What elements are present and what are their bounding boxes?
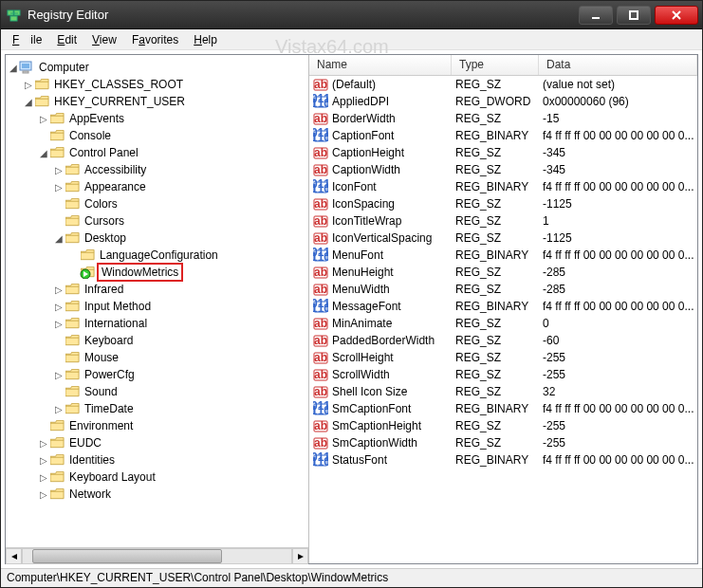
tree-powercfg[interactable]: ▷ PowerCfg [8,366,308,383]
expand-icon[interactable]: ▷ [38,472,49,483]
tree-windowmetrics[interactable]: WindowMetrics [8,264,308,281]
expand-icon[interactable]: ▷ [53,285,65,295]
expand-icon[interactable]: ▷ [53,370,65,380]
horizontal-scrollbar[interactable]: ◂ ▸ [6,547,308,563]
tree-colors[interactable]: Colors [8,195,308,212]
value-row[interactable]: ab Shell Icon Size REG_SZ 32 [309,383,697,400]
value-list[interactable]: Name Type Data ab (Default) REG_SZ (valu… [309,55,697,563]
scroll-right-arrow[interactable]: ▸ [292,548,308,564]
tree-inputmethod[interactable]: ▷ Input Method [8,298,308,315]
value-type: REG_SZ [455,351,543,364]
tree-timedate[interactable]: ▷ TimeDate [8,400,308,417]
string-value-icon: ab [313,111,328,126]
expand-icon[interactable]: ▷ [53,319,65,329]
expand-icon[interactable]: ▷ [38,455,49,466]
value-row[interactable]: ab ScrollWidth REG_SZ -255 [309,366,697,383]
tree-controlpanel[interactable]: ◢ Control Panel [8,144,308,161]
value-row[interactable]: 011110 IconFont REG_BINARY f4 ff ff ff 0… [309,178,697,195]
value-row[interactable]: ab ScrollHeight REG_SZ -255 [309,349,697,366]
value-row[interactable]: 011110 SmCaptionFont REG_BINARY f4 ff ff… [309,400,697,417]
value-row[interactable]: 011110 MessageFont REG_BINARY f4 ff ff f… [309,298,697,315]
expand-icon[interactable]: ▷ [38,438,49,449]
value-row[interactable]: ab MinAnimate REG_SZ 0 [309,315,697,332]
value-data: 1 [543,214,697,228]
value-row[interactable]: 011110 AppliedDPI REG_DWORD 0x00000060 (… [309,93,697,110]
scroll-thumb[interactable] [32,549,222,563]
expand-icon[interactable]: ◢ [53,233,65,244]
expand-icon[interactable]: ▷ [38,114,49,124]
menu-edit[interactable]: Edit [51,31,83,48]
tree-computer[interactable]: ◢ Computer [8,59,308,76]
tree-console[interactable]: Console [8,127,308,144]
tree-eudc[interactable]: ▷ EUDC [8,434,308,451]
col-data[interactable]: Data [539,55,697,75]
value-row[interactable]: ab CaptionHeight REG_SZ -345 [309,144,697,161]
menu-file[interactable]: File [7,31,47,48]
tree-accessibility[interactable]: ▷ Accessibility [8,161,308,178]
value-row[interactable]: ab BorderWidth REG_SZ -15 [309,110,697,127]
maximize-button[interactable] [617,6,651,25]
minimize-button[interactable] [579,6,613,25]
list-header[interactable]: Name Type Data [309,55,697,76]
string-value-icon: ab [313,213,328,229]
value-row[interactable]: ab MenuWidth REG_SZ -285 [309,281,697,298]
tree-cursors[interactable]: Cursors [8,212,308,230]
tree-appevents[interactable]: ▷ AppEvents [8,110,308,127]
tree-appearance[interactable]: ▷ Appearance [8,178,308,195]
tree-langcfg[interactable]: LanguageConfiguration [8,247,308,264]
tree-environment[interactable]: Environment [8,417,308,434]
value-row[interactable]: 011110 StatusFont REG_BINARY f4 ff ff ff… [309,451,697,469]
binary-value-icon: 011110 [313,299,328,314]
expand-icon[interactable]: ▷ [53,182,65,193]
tree-desktop[interactable]: ◢ Desktop [8,230,308,247]
value-row[interactable]: 011110 MenuFont REG_BINARY f4 ff ff ff 0… [309,247,697,264]
svg-text:ab: ab [314,112,327,125]
folder-icon [80,266,95,279]
tree-mouse[interactable]: Mouse [8,349,308,366]
expand-icon[interactable]: ▷ [53,165,65,175]
value-row[interactable]: ab SmCaptionHeight REG_SZ -255 [309,417,697,434]
tree-keyboard[interactable]: Keyboard [8,332,308,349]
tree-network[interactable]: ▷ Network [8,486,308,503]
value-row[interactable]: ab IconVerticalSpacing REG_SZ -1125 [309,230,697,247]
col-type[interactable]: Type [452,55,539,75]
tree-label: Keyboard Layout [66,469,158,485]
value-row[interactable]: ab MenuHeight REG_SZ -285 [309,264,697,281]
expand-icon[interactable]: ▷ [53,302,65,312]
menu-help[interactable]: Help [188,31,223,48]
value-row[interactable]: ab IconTitleWrap REG_SZ 1 [309,212,697,230]
expand-icon[interactable]: ▷ [38,489,49,500]
expand-icon[interactable]: ▷ [53,404,65,414]
tree-identities[interactable]: ▷ Identities [8,451,308,469]
close-button[interactable] [655,6,698,25]
value-name: CaptionHeight [332,146,455,159]
tree-label: Console [66,128,114,143]
value-row[interactable]: 011110 CaptionFont REG_BINARY f4 ff ff f… [309,127,697,144]
tree-international[interactable]: ▷ International [8,315,308,332]
value-row[interactable]: ab IconSpacing REG_SZ -1125 [309,195,697,212]
tree-infrared[interactable]: ▷ Infrared [8,281,308,298]
tree-keyboardlayout[interactable]: ▷ Keyboard Layout [8,469,308,486]
titlebar[interactable]: Registry Editor [1,1,702,29]
expand-icon[interactable]: ◢ [23,97,34,107]
scroll-left-arrow[interactable]: ◂ [6,548,22,564]
expand-icon[interactable]: ◢ [8,63,19,73]
expand-icon[interactable]: ▷ [23,80,34,90]
value-row[interactable]: ab PaddedBorderWidth REG_SZ -60 [309,332,697,349]
registry-tree[interactable]: ◢ Computer ▷ HKEY_CLASSES_ROOT ◢ HKEY_CU… [6,55,308,547]
menu-view[interactable]: View [86,31,122,48]
value-name: MenuHeight [332,266,455,279]
col-name[interactable]: Name [309,55,452,75]
window-frame: Registry Editor File Edit View Favorites… [0,0,703,588]
tree-label: Desktop [82,230,129,246]
tree-sound[interactable]: Sound [8,383,308,400]
value-row[interactable]: ab (Default) REG_SZ (value not set) [309,76,697,93]
svg-text:ab: ab [314,283,327,296]
tree-hkcr[interactable]: ▷ HKEY_CLASSES_ROOT [8,76,308,93]
value-row[interactable]: ab SmCaptionWidth REG_SZ -255 [309,434,697,451]
value-row[interactable]: ab CaptionWidth REG_SZ -345 [309,161,697,178]
tree-hkcu[interactable]: ◢ HKEY_CURRENT_USER [8,93,308,110]
menu-favorites[interactable]: Favorites [126,31,184,48]
expand-icon[interactable]: ◢ [38,148,49,158]
tree-label: Input Method [82,299,154,314]
